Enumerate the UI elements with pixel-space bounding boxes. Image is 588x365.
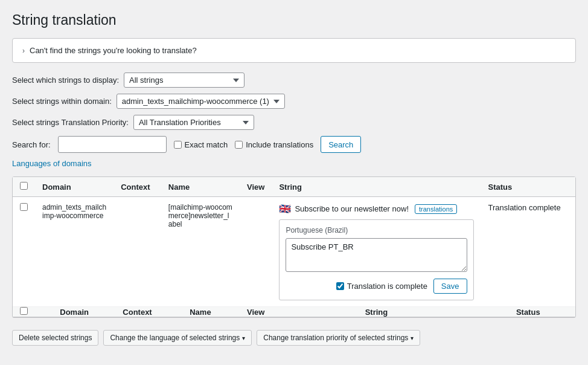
row-context — [113, 197, 161, 307]
domain-control-row: Select strings within domain: admin_text… — [12, 94, 576, 109]
save-translation-button[interactable]: Save — [433, 279, 467, 294]
translations-badge[interactable]: translations — [415, 204, 457, 214]
priority-select[interactable]: All Translation Priorities — [133, 115, 254, 130]
domain-select[interactable]: admin_texts_mailchimp-woocommerce (1) — [117, 94, 285, 109]
col-name: Name — [161, 177, 240, 197]
search-label: Search for: — [12, 140, 51, 149]
priority-label: Select strings Translation Priority: — [12, 118, 129, 127]
notice-chevron: › — [22, 47, 25, 55]
footer-actions: Delete selected strings Change the langu… — [12, 325, 576, 348]
change-language-label: Change the language of selected strings — [110, 334, 240, 342]
col2-view: View — [240, 307, 272, 317]
translation-lang: Portuguese (Brazil) — [286, 226, 467, 234]
change-priority-arrow-icon: ▾ — [411, 335, 414, 341]
col-view: View — [240, 177, 272, 197]
domain-label: Select strings within domain: — [12, 97, 112, 106]
col2-name: Name — [161, 307, 240, 317]
search-input[interactable] — [58, 136, 167, 153]
table-row: admin_texts_mailchimp-woocommerce [mailc… — [13, 197, 575, 307]
priority-control-row: Select strings Translation Priority: All… — [12, 115, 576, 130]
translation-footer: Translation is complete Save — [286, 279, 467, 294]
row-domain: admin_texts_mailchimp-woocommerce — [35, 197, 113, 307]
row-checkbox-cell — [13, 197, 35, 307]
display-control-row: Select which strings to display: All str… — [12, 73, 576, 88]
exact-match-checkbox[interactable] — [174, 141, 182, 149]
include-translations-label[interactable]: Include translations — [235, 140, 313, 149]
col2-string: String — [272, 307, 481, 317]
row-status: Translation complete — [481, 197, 576, 307]
row-checkbox[interactable] — [20, 203, 28, 211]
translation-complete-label[interactable]: Translation is complete — [336, 282, 427, 291]
col2-domain: Domain — [35, 307, 113, 317]
string-header: 🇬🇧 Subscribe to our newsletter now! tran… — [279, 203, 473, 215]
row-name: [mailchimp-woocommerce]newsletter_label — [161, 197, 240, 307]
col-string: String — [272, 177, 481, 197]
display-label: Select which strings to display: — [12, 76, 119, 85]
translation-complete-text: Translation is complete — [347, 282, 427, 291]
row-view — [240, 197, 272, 307]
change-lang-arrow-icon: ▾ — [242, 335, 245, 341]
translation-complete-checkbox[interactable] — [336, 282, 344, 290]
string-table: Domain Context Name View String Status a… — [13, 177, 575, 317]
col-status: Status — [481, 177, 576, 197]
col-domain: Domain — [35, 177, 113, 197]
select-all-checkbox[interactable] — [20, 182, 28, 190]
translation-box: Portuguese (Brazil) Subscribe PT_BR Tran… — [279, 219, 473, 300]
change-language-button[interactable]: Change the language of selected strings … — [103, 330, 252, 346]
col-context: Context — [113, 177, 161, 197]
notice-box[interactable]: › Can't find the strings you're looking … — [12, 38, 576, 63]
delete-selected-button[interactable]: Delete selected strings — [12, 330, 98, 346]
col2-checkbox — [13, 307, 35, 317]
row-string-cell: 🇬🇧 Subscribe to our newsletter now! tran… — [272, 197, 481, 307]
languages-link[interactable]: Languages of domains — [12, 159, 92, 168]
select-all-checkbox-2[interactable] — [20, 307, 28, 315]
exact-match-label[interactable]: Exact match — [174, 140, 228, 149]
display-select[interactable]: All strings — [124, 73, 244, 88]
string-table-wrapper: Domain Context Name View String Status a… — [12, 176, 576, 318]
string-text: Subscribe to our newsletter now! — [295, 204, 409, 213]
flag-icon: 🇬🇧 — [279, 203, 291, 215]
change-priority-button[interactable]: Change translation priority of selected … — [257, 330, 420, 346]
second-header-row: Domain Context Name View String Status — [13, 307, 575, 317]
change-priority-label: Change translation priority of selected … — [263, 334, 408, 342]
search-row: Search for: Exact match Include translat… — [12, 136, 576, 153]
col-checkbox — [13, 177, 35, 197]
notice-text: Can't find the strings you're looking to… — [30, 46, 197, 55]
search-button[interactable]: Search — [321, 136, 361, 153]
page-title: String translation — [12, 12, 576, 28]
include-translations-checkbox[interactable] — [235, 141, 243, 149]
translation-textarea[interactable]: Subscribe PT_BR — [286, 238, 467, 272]
col2-status: Status — [481, 307, 576, 317]
col2-context: Context — [113, 307, 161, 317]
table-header-row: Domain Context Name View String Status — [13, 177, 575, 197]
